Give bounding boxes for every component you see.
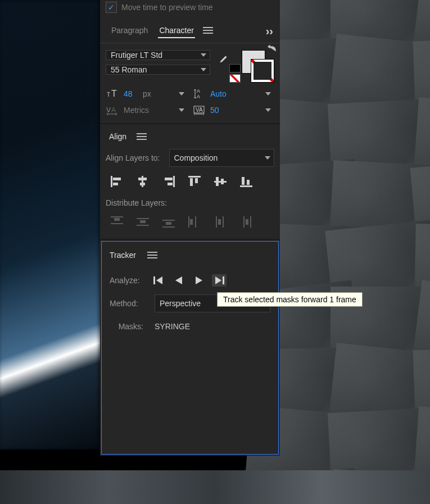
svg-text:A: A [197, 94, 200, 99]
svg-rect-23 [240, 185, 252, 187]
svg-rect-13 [140, 183, 145, 185]
font-family-value: Frutiger LT Std [111, 51, 162, 60]
chevron-down-icon [265, 108, 271, 112]
align-top-icon[interactable] [187, 175, 202, 188]
font-size-value: 48 [124, 89, 139, 98]
svg-rect-24 [242, 177, 245, 185]
align-panel-title: Align [109, 132, 126, 141]
collapse-panel-icon[interactable]: ›› [266, 25, 273, 38]
align-bottom-icon[interactable] [238, 175, 254, 188]
svg-marker-45 [156, 276, 162, 284]
distribute-hcenter-icon[interactable] [212, 215, 228, 229]
svg-rect-8 [111, 176, 112, 187]
font-family-select[interactable]: Frutiger LT Std [106, 50, 210, 60]
svg-rect-35 [188, 216, 189, 228]
tracking-value: 50 [210, 106, 226, 115]
svg-rect-16 [168, 183, 173, 185]
panel-menu-icon[interactable] [147, 252, 157, 258]
svg-rect-21 [216, 177, 219, 186]
analyze-forward-icon[interactable] [192, 274, 206, 287]
svg-rect-43 [250, 216, 251, 228]
distribute-bottom-icon[interactable] [161, 215, 176, 229]
svg-rect-25 [247, 180, 250, 185]
analyze-forward-one-frame-icon[interactable] [212, 274, 227, 287]
svg-rect-29 [137, 218, 149, 219]
tracking-control[interactable]: VA 50 [192, 105, 274, 115]
align-hcenter-icon[interactable] [135, 175, 151, 188]
svg-rect-31 [137, 225, 149, 226]
svg-marker-47 [196, 276, 202, 284]
tooltip: Track selected masks forward 1 frame [217, 292, 363, 307]
svg-rect-18 [190, 178, 193, 186]
svg-rect-40 [223, 216, 224, 228]
leading-icon: AA [192, 88, 207, 99]
method-value: Perspective [160, 299, 201, 308]
font-size-icon: TT [106, 89, 120, 99]
distribute-top-icon[interactable] [109, 215, 125, 229]
align-vcenter-icon[interactable] [212, 175, 228, 188]
move-time-row: ✓ Move time to preview time [100, 0, 280, 18]
panel-menu-icon[interactable] [203, 27, 213, 34]
svg-rect-27 [114, 218, 120, 221]
svg-rect-12 [138, 178, 147, 180]
font-style-select[interactable]: 55 Roman [106, 65, 210, 75]
svg-text:T: T [111, 89, 117, 98]
svg-rect-37 [195, 216, 196, 228]
masks-value: SYRINGE [155, 322, 190, 331]
leading-control[interactable]: AA Auto [192, 88, 274, 99]
svg-rect-9 [113, 178, 121, 180]
distribute-vcenter-icon[interactable] [135, 215, 151, 229]
align-to-value: Composition [174, 153, 218, 162]
tracker-panel: Tracker Analyze: Method: Perspective Mas… [101, 241, 279, 455]
tab-character[interactable]: Character [153, 18, 199, 43]
default-colors-icon[interactable] [229, 64, 241, 83]
swap-colors-icon[interactable] [268, 44, 277, 55]
chevron-down-icon [201, 53, 206, 57]
font-size-unit: px [143, 89, 151, 98]
analyze-label: Analyze: [110, 276, 140, 285]
svg-marker-46 [175, 276, 182, 284]
align-to-label: Align Layers to: [106, 153, 160, 162]
svg-rect-30 [140, 220, 146, 223]
method-label: Method: [110, 299, 143, 308]
kerning-control[interactable]: VA Metrics [106, 105, 188, 115]
distribute-label: Distribute Layers: [106, 198, 269, 207]
analyze-backward-icon[interactable] [171, 274, 186, 287]
eyedropper-icon[interactable] [216, 52, 230, 69]
svg-rect-49 [223, 276, 224, 284]
stroke-color-swatch[interactable] [251, 59, 274, 83]
svg-rect-22 [221, 179, 224, 184]
svg-rect-44 [153, 276, 155, 284]
svg-rect-26 [111, 216, 123, 217]
panel-menu-icon[interactable] [137, 133, 147, 140]
align-right-icon[interactable] [161, 175, 176, 188]
svg-rect-41 [243, 216, 245, 228]
align-buttons-row [109, 175, 274, 188]
tracker-panel-title: Tracker [110, 251, 136, 260]
character-panel-tabs: Paragraph Character ›› [100, 18, 280, 43]
distribute-left-icon[interactable] [187, 215, 202, 229]
align-left-icon[interactable] [109, 175, 125, 188]
composition-preview-left [0, 0, 100, 449]
fill-stroke-swatch[interactable] [242, 50, 274, 83]
analyze-back-one-frame-icon[interactable] [151, 274, 166, 287]
chevron-down-icon [265, 92, 271, 96]
svg-text:A: A [111, 106, 116, 114]
kerning-icon: VA [106, 105, 120, 115]
distribute-right-icon[interactable] [238, 215, 254, 229]
chevron-down-icon [179, 108, 184, 112]
distribute-buttons-row [109, 215, 274, 229]
chevron-down-icon [201, 68, 206, 71]
svg-rect-34 [162, 226, 175, 228]
tracking-icon: VA [192, 105, 207, 115]
right-panel-stack: ✓ Move time to preview time Paragraph Ch… [100, 0, 280, 456]
font-size-control[interactable]: TT 48 px [106, 89, 188, 99]
chevron-down-icon [265, 156, 270, 160]
svg-rect-15 [165, 178, 173, 180]
svg-rect-10 [113, 183, 118, 185]
svg-rect-39 [218, 219, 221, 225]
svg-rect-14 [173, 176, 175, 187]
align-to-select[interactable]: Composition [169, 149, 275, 167]
tab-paragraph[interactable]: Paragraph [106, 18, 153, 43]
move-time-checkbox[interactable]: ✓ [106, 2, 117, 13]
